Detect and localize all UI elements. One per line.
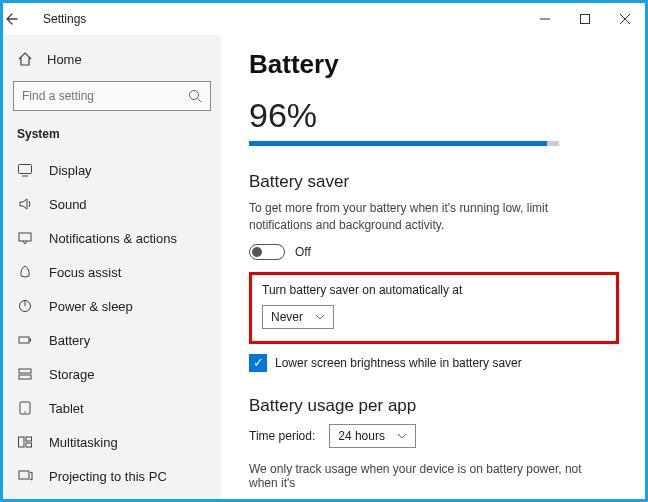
- toggle-state-label: Off: [295, 245, 311, 259]
- sidebar-item-display[interactable]: Display: [7, 153, 217, 187]
- search-input[interactable]: [22, 89, 188, 103]
- auto-on-value: Never: [271, 310, 303, 324]
- svg-rect-20: [19, 471, 29, 479]
- sidebar-nav: DisplaySoundNotifications & actionsFocus…: [7, 153, 217, 491]
- lower-brightness-checkbox[interactable]: ✓: [249, 354, 267, 372]
- battery-saver-desc: To get more from your battery when it's …: [249, 200, 599, 234]
- sidebar-item-label: Power & sleep: [49, 299, 133, 314]
- sidebar: Home System DisplaySoundNotifications & …: [3, 35, 221, 499]
- sidebar-item-focus-assist[interactable]: Focus assist: [7, 255, 217, 289]
- main-content: Battery 96% Battery saver To get more fr…: [221, 35, 645, 499]
- tablet-icon: [17, 400, 35, 416]
- sidebar-category: System: [7, 121, 217, 153]
- search-box[interactable]: [13, 81, 211, 111]
- svg-rect-11: [19, 337, 29, 343]
- minimize-icon: [540, 14, 550, 24]
- sidebar-item-label: Projecting to this PC: [49, 469, 167, 484]
- titlebar: Settings: [3, 3, 645, 35]
- lower-brightness-label: Lower screen brightness while in battery…: [275, 356, 522, 370]
- home-label: Home: [47, 52, 82, 67]
- sidebar-item-storage[interactable]: Storage: [7, 357, 217, 391]
- time-period-label: Time period:: [249, 429, 315, 443]
- home-icon: [17, 51, 35, 67]
- chevron-down-icon: [397, 432, 407, 440]
- sidebar-item-notifications-actions[interactable]: Notifications & actions: [7, 221, 217, 255]
- svg-rect-1: [581, 15, 590, 24]
- auto-on-select[interactable]: Never: [262, 305, 334, 329]
- svg-rect-17: [19, 437, 25, 447]
- sidebar-item-label: Multitasking: [49, 435, 118, 450]
- page-title: Battery: [249, 49, 623, 80]
- notifications-icon: [17, 230, 35, 246]
- svg-rect-12: [30, 339, 32, 342]
- maximize-button[interactable]: [565, 3, 605, 35]
- storage-icon: [17, 366, 35, 382]
- window-title: Settings: [39, 12, 525, 26]
- sidebar-item-power-sleep[interactable]: Power & sleep: [7, 289, 217, 323]
- close-button[interactable]: [605, 3, 645, 35]
- usage-info: We only track usage when your device is …: [249, 462, 599, 490]
- chevron-down-icon: [315, 313, 325, 321]
- sidebar-item-label: Battery: [49, 333, 90, 348]
- sidebar-item-sound[interactable]: Sound: [7, 187, 217, 221]
- svg-rect-6: [19, 165, 32, 174]
- battery-percentage: 96%: [249, 96, 623, 135]
- sound-icon: [17, 196, 35, 212]
- svg-line-5: [198, 99, 202, 103]
- back-arrow-icon: [3, 11, 19, 27]
- sidebar-item-label: Storage: [49, 367, 95, 382]
- sidebar-item-label: Tablet: [49, 401, 84, 416]
- svg-rect-18: [26, 437, 32, 441]
- maximize-icon: [580, 14, 590, 24]
- power-icon: [17, 298, 35, 314]
- search-icon: [188, 89, 202, 103]
- back-button[interactable]: [3, 11, 39, 27]
- svg-rect-8: [19, 233, 31, 241]
- sidebar-item-tablet[interactable]: Tablet: [7, 391, 217, 425]
- sidebar-item-label: Focus assist: [49, 265, 121, 280]
- svg-point-4: [190, 91, 199, 100]
- sidebar-item-projecting-to-this-pc[interactable]: Projecting to this PC: [7, 459, 217, 491]
- sidebar-item-label: Display: [49, 163, 92, 178]
- auto-on-label: Turn battery saver on automatically at: [262, 283, 606, 297]
- battery-saver-heading: Battery saver: [249, 172, 623, 192]
- home-link[interactable]: Home: [7, 43, 217, 75]
- svg-point-16: [24, 411, 25, 412]
- time-period-select[interactable]: 24 hours: [329, 424, 416, 448]
- time-period-value: 24 hours: [338, 429, 385, 443]
- display-icon: [17, 162, 35, 178]
- focus-assist-icon: [17, 264, 35, 280]
- multitasking-icon: [17, 434, 35, 450]
- battery-saver-toggle[interactable]: [249, 244, 285, 260]
- sidebar-item-label: Sound: [49, 197, 87, 212]
- svg-rect-19: [26, 443, 32, 447]
- battery-icon: [17, 332, 35, 348]
- usage-heading: Battery usage per app: [249, 396, 623, 416]
- auto-on-section: Turn battery saver on automatically at N…: [249, 272, 619, 344]
- sidebar-item-multitasking[interactable]: Multitasking: [7, 425, 217, 459]
- battery-progress: [249, 141, 559, 146]
- svg-rect-13: [19, 369, 31, 373]
- close-icon: [620, 14, 630, 24]
- sidebar-item-battery[interactable]: Battery: [7, 323, 217, 357]
- svg-rect-14: [19, 375, 31, 379]
- sidebar-item-label: Notifications & actions: [49, 231, 177, 246]
- projecting-icon: [17, 468, 35, 484]
- minimize-button[interactable]: [525, 3, 565, 35]
